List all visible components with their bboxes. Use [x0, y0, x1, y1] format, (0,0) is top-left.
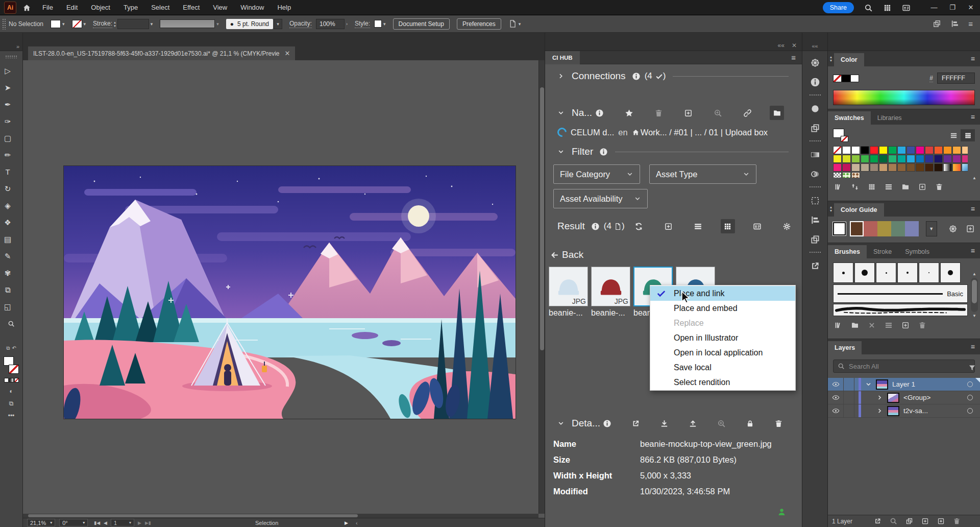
next-artboard-icon[interactable]: ▶: [138, 520, 141, 525]
direct-selection-tool[interactable]: ➤: [0, 79, 22, 96]
more-tools-icon[interactable]: •••: [0, 412, 22, 419]
swatch[interactable]: [952, 155, 961, 163]
harmony-swatch[interactable]: [905, 221, 919, 236]
menu-item[interactable]: Help: [277, 4, 291, 11]
last-artboard-icon[interactable]: ▶▮: [145, 520, 151, 525]
swatch-options-icon[interactable]: [885, 182, 893, 191]
swatch[interactable]: [833, 163, 842, 172]
context-menu-item[interactable]: Replace: [650, 316, 795, 330]
list-view-icon[interactable]: [691, 219, 705, 233]
rotation-dropdown[interactable]: 0°▾: [59, 519, 88, 526]
make-mask-icon[interactable]: [905, 517, 913, 525]
swatch[interactable]: [879, 163, 888, 172]
selection-tool[interactable]: ▷: [0, 62, 22, 79]
new-color-group-icon[interactable]: [901, 182, 910, 191]
harmony-swatch[interactable]: [864, 221, 877, 236]
shape-builder-tool[interactable]: ❖: [0, 214, 22, 231]
info-icon[interactable]: [600, 416, 615, 430]
document-setup-button[interactable]: Document Setup: [393, 18, 450, 30]
layer-row[interactable]: <Group>: [828, 391, 980, 404]
layer-name[interactable]: Layer 1: [892, 380, 915, 388]
expand-chevron-icon[interactable]: [865, 381, 872, 388]
color-mode-none[interactable]: [14, 378, 19, 382]
swatches-panel-menu-icon[interactable]: ≡: [971, 113, 975, 121]
brush-basic[interactable]: Basic: [833, 284, 968, 303]
swatch[interactable]: [925, 146, 934, 154]
document-tab[interactable]: ILST-28.0.0-en_US-17519788-5f63-45f0-a33…: [28, 46, 295, 60]
download-icon[interactable]: [657, 416, 672, 430]
brush-swatch[interactable]: [897, 262, 918, 283]
document-flag-icon[interactable]: ▾: [508, 19, 521, 28]
strip-collapse-icon[interactable]: ««: [812, 43, 818, 49]
swatch[interactable]: [906, 155, 915, 163]
control-bar-grip[interactable]: [2, 18, 6, 30]
swatch[interactable]: [833, 146, 842, 154]
card-view-icon[interactable]: [750, 219, 765, 233]
export-panel-icon[interactable]: [802, 256, 827, 276]
swatch[interactable]: [897, 163, 906, 172]
blend-tool[interactable]: ⧉: [0, 281, 22, 298]
tab-close-icon[interactable]: ✕: [285, 50, 290, 57]
favorite-icon[interactable]: [622, 106, 636, 120]
align-panel-icon[interactable]: [802, 210, 827, 230]
stroke-weight-dropdown-icon[interactable]: ▾: [151, 21, 153, 27]
tab-color[interactable]: Color: [834, 53, 864, 66]
stroke-swatch[interactable]: [72, 20, 82, 28]
cc-libraries-icon[interactable]: [851, 320, 859, 329]
prev-artboard-icon[interactable]: ◀: [104, 520, 107, 525]
swatch[interactable]: [897, 155, 906, 163]
swatch[interactable]: [934, 155, 943, 163]
upload-icon[interactable]: [686, 416, 700, 430]
swatch-themes-icon[interactable]: [851, 182, 859, 191]
grid-view-icon[interactable]: [961, 129, 975, 141]
swatch[interactable]: [870, 163, 878, 172]
swatch[interactable]: [842, 155, 851, 163]
swatch[interactable]: [888, 155, 897, 163]
tab-layers[interactable]: Layers: [828, 341, 862, 354]
menu-item[interactable]: Type: [124, 4, 138, 11]
artwork-canvas[interactable]: [64, 166, 516, 419]
swatch[interactable]: [934, 163, 943, 172]
remove-brush-stroke-icon[interactable]: [868, 320, 876, 329]
swatch[interactable]: [861, 146, 869, 154]
user-status-icon[interactable]: [777, 507, 786, 517]
brush-swatch[interactable]: [854, 262, 875, 283]
harmony-swatch[interactable]: [850, 221, 864, 236]
layer-target-circle[interactable]: [967, 408, 973, 414]
lock-toggle-cell[interactable]: [843, 391, 854, 404]
status-collapse-icon[interactable]: ‹: [356, 520, 358, 526]
transparency-panel-icon[interactable]: [802, 164, 827, 184]
preferences-button[interactable]: Preferences: [457, 18, 501, 30]
status-play-icon[interactable]: ▶: [345, 520, 348, 525]
menu-item[interactable]: Window: [240, 4, 264, 11]
grid-view-icon[interactable]: [721, 219, 735, 233]
info-icon[interactable]: [632, 72, 641, 81]
brush-dropdown-icon[interactable]: ▾: [274, 19, 282, 29]
swatch[interactable]: [906, 146, 915, 154]
swatch[interactable]: [916, 155, 924, 163]
share-button[interactable]: Share: [823, 2, 854, 13]
collect-for-export-icon[interactable]: [874, 517, 881, 525]
vertical-scrollbar[interactable]: [538, 60, 545, 514]
fill-swatch[interactable]: [51, 20, 61, 28]
artboard-number-dropdown[interactable]: 1▾: [111, 519, 134, 526]
opacity-expand-icon[interactable]: ›: [346, 21, 348, 27]
breadcrumb[interactable]: CELUM d... en Work... / #01 | ... / 01 |…: [545, 125, 802, 140]
delete-brush-icon[interactable]: [918, 320, 926, 329]
swatch[interactable]: [851, 172, 860, 178]
eyedropper-tool[interactable]: ✎: [0, 248, 22, 265]
layer-row[interactable]: t2v-sa...: [828, 404, 980, 418]
tab-color-guide[interactable]: Color Guide: [834, 203, 884, 217]
context-menu-item[interactable]: Select rendition: [650, 375, 795, 390]
layer-target-circle[interactable]: [967, 381, 973, 387]
info-icon[interactable]: [599, 148, 608, 156]
swatch[interactable]: [870, 155, 878, 163]
expand-chevron-icon[interactable]: [876, 408, 883, 414]
zoom-in-icon[interactable]: [710, 106, 725, 120]
swatch[interactable]: [879, 155, 888, 163]
cihub-menu-icon[interactable]: ≡: [791, 53, 796, 62]
swatch[interactable]: [851, 155, 860, 163]
delete-icon[interactable]: [651, 106, 666, 120]
add-to-collection-icon[interactable]: [681, 106, 695, 120]
swatch[interactable]: [943, 163, 952, 172]
